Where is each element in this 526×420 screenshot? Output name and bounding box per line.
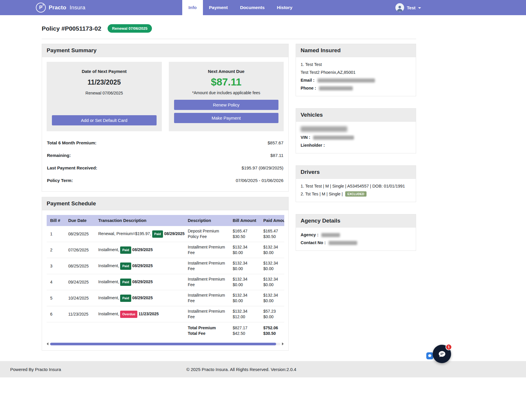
amount-line: $0.00 — [233, 298, 256, 304]
table-row: 2 07/26/2025 Installment, Paid 08/29/202… — [47, 242, 284, 258]
paid-status-badge: Paid — [120, 295, 131, 302]
col-transaction-description: Transaction Description — [95, 215, 184, 226]
table-totals-row: Total Premium Total Fee $827.17 $42.50 $… — [47, 322, 284, 340]
col-paid-amount: Paid Amount — [260, 215, 284, 226]
totals-label: Total Premium — [188, 325, 226, 331]
named-insured-card: Named Insured 1. Test Test Test Test2 Ph… — [296, 44, 416, 96]
logo-letter: P — [39, 5, 42, 10]
renewal-status-badge: Renewal 07/06/2025 — [108, 24, 152, 33]
driver-row-1: 1. Test Test | M | Single | A53454557 | … — [301, 183, 411, 189]
transaction-cell: Installment, Paid 08/29/2025 — [95, 290, 184, 306]
paid-status-badge: Paid — [152, 230, 163, 238]
amount-line: $30.50 — [263, 331, 284, 336]
bill-amount-cell: $132.34 $0.00 — [229, 258, 260, 274]
nav-tab-payment[interactable]: Payment — [203, 0, 234, 15]
brand-name-primary: Practo — [49, 4, 66, 10]
paid-amount-cell: $57.23 $0.00 — [260, 306, 284, 322]
bill-number-cell: 5 — [47, 290, 65, 306]
copyright-text: © 2025 Practo Insura. All Rights Reserve… — [186, 367, 296, 372]
footer-powered-by: Powered By Practo Insura — [10, 367, 61, 372]
next-payment-label: Date of Next Payment — [82, 69, 127, 74]
due-date-cell: 10/24/2025 — [65, 290, 95, 306]
transaction-cell: Installment, Paid 08/29/2025 — [95, 258, 184, 274]
named-insured-title: Named Insured — [301, 47, 411, 54]
excluded-status-badge: EXCLUDED — [345, 191, 367, 197]
user-menu[interactable]: Test — [395, 3, 421, 12]
main-column: Payment Summary Date of Next Payment 11/… — [42, 44, 289, 351]
bill-number-cell: 1 — [47, 226, 65, 242]
desc-line: Fee — [188, 250, 226, 256]
payment-summary-header: Payment Summary — [42, 44, 288, 57]
table-row: 6 11/23/2025 Installment, Overdue 11/23/… — [47, 306, 284, 322]
amount-line: $42.50 — [233, 331, 256, 336]
title-divider — [42, 39, 416, 39]
agency-details-header: Agency Details — [296, 214, 416, 228]
table-row: 3 08/25/2025 Installment, Paid 08/29/202… — [47, 258, 284, 274]
bill-number-cell: 3 — [47, 258, 65, 274]
drivers-body: 1. Test Test | M | Single | A53454557 | … — [296, 179, 416, 202]
agency-row: Agency : — [301, 232, 411, 237]
nav-tab-info[interactable]: Info — [182, 0, 203, 15]
brand-name-secondary: Insura — [70, 4, 85, 10]
amount-line: $132.34 — [263, 244, 284, 250]
vehicles-title: Vehicles — [301, 112, 411, 118]
paid-amount-cell: $132.34 $0.00 — [260, 258, 284, 274]
scrollbar-thumb[interactable] — [50, 343, 276, 345]
amount-line: $752.06 — [263, 325, 284, 331]
table-row: 4 09/24/2025 Installment, Paid 08/29/202… — [47, 274, 284, 290]
header-inner: P Practo Insura Info Payment Documents H… — [36, 0, 421, 15]
next-payment-date: 11/23/2025 — [87, 78, 121, 86]
description-cell: Installment Premium Fee — [184, 290, 229, 306]
paid-status-badge: Paid — [120, 246, 131, 254]
content: Payment Summary Date of Next Payment 11/… — [42, 44, 416, 351]
detail-label: Policy Term: — [47, 178, 73, 183]
due-date-cell: 07/26/2025 — [65, 242, 95, 258]
due-date-cell: 09/24/2025 — [65, 274, 95, 290]
description-cell: Deposit Premium Policy Fee — [184, 226, 229, 242]
brand[interactable]: P Practo Insura — [36, 3, 85, 13]
redacted-phone-value — [319, 86, 353, 90]
amount-line: $132.34 — [233, 260, 256, 266]
lienholder-label: Lienholder : — [301, 143, 325, 148]
transaction-text: Installment, — [98, 263, 119, 268]
status-date: 08/29/2025 — [132, 263, 153, 268]
description-cell: Installment Premium Fee — [184, 306, 229, 322]
due-date-cell: 08/29/2025 — [65, 226, 95, 242]
vin-label: VIN : — [301, 135, 310, 140]
bill-amount-cell: $132.34 $0.00 — [229, 242, 260, 258]
make-payment-button[interactable]: Make Payment — [174, 113, 279, 123]
insured-address: Test Test2 Phoenix,AZ,85001 — [301, 70, 411, 75]
desc-line: Installment Premium — [188, 293, 226, 298]
next-payment-panel: Date of Next Payment 11/23/2025 Renewal … — [47, 62, 162, 131]
detail-row-remaining: Remaining: $87.11 — [47, 149, 283, 162]
nav-tab-documents[interactable]: Documents — [234, 0, 271, 15]
detail-row-policy-term: Policy Term: 07/06/2025 - 01/06/2026 — [47, 174, 283, 187]
nav-tab-history[interactable]: History — [271, 0, 299, 15]
user-name: Test — [407, 5, 415, 10]
scroll-left-icon[interactable] — [47, 342, 48, 345]
schedule-table-viewport: Bill # Due Date Transaction Description … — [47, 215, 284, 339]
scroll-right-icon[interactable] — [282, 342, 284, 345]
description-cell: Installment Premium Fee — [184, 274, 229, 290]
paid-amount-cell: $165.47 $30.50 — [260, 226, 284, 242]
bill-number-cell: 2 — [47, 242, 65, 258]
scrollbar-track[interactable] — [50, 343, 280, 345]
amount-line: $0.00 — [263, 282, 284, 288]
add-default-card-button[interactable]: Add or Set Default Card — [52, 115, 157, 125]
horizontal-scrollbar[interactable] — [47, 342, 284, 346]
overdue-status-badge: Overdue — [120, 311, 137, 318]
table-row: 1 08/29/2025 Renewal, Premium=$195.97, P… — [47, 226, 284, 242]
status-date: 08/29/2025 — [132, 295, 153, 300]
status-date: 08/29/2025 — [164, 231, 185, 236]
phone-label: Phone : — [301, 86, 316, 90]
named-insured-body: 1. Test Test Test Test2 Phoenix,AZ,85001… — [296, 57, 416, 96]
amount-line: $132.34 — [233, 276, 256, 282]
chat-icon — [438, 350, 446, 358]
drivers-card: Drivers 1. Test Test | M | Single | A534… — [296, 165, 416, 202]
chat-launcher-button[interactable]: 1 — [433, 345, 451, 363]
amount-line: $0.00 — [233, 250, 256, 256]
brand-name: Practo Insura — [49, 4, 85, 11]
renew-policy-button[interactable]: Renew Policy — [174, 100, 279, 110]
desc-line: Deposit Premium — [188, 228, 226, 234]
desc-line: Installment Premium — [188, 260, 226, 266]
